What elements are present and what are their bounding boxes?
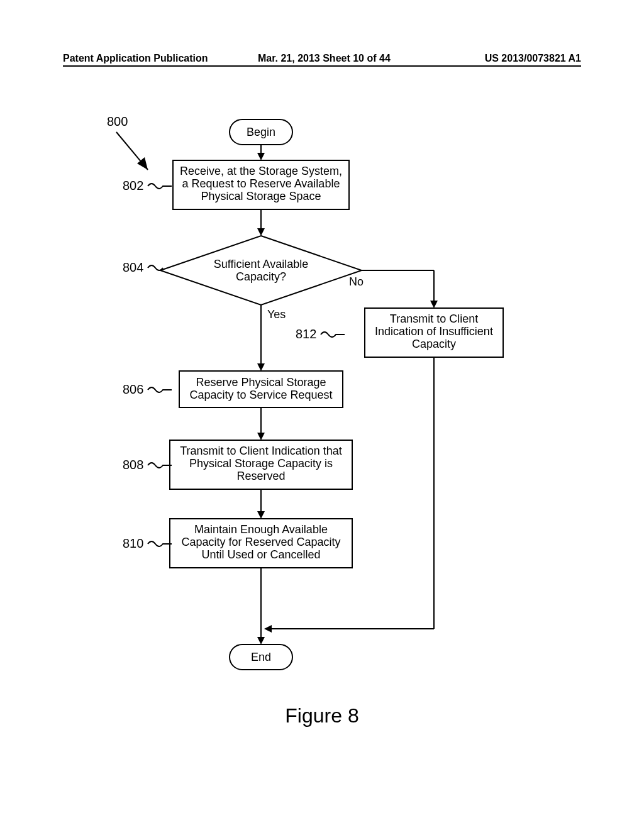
branch-no: No [349, 275, 364, 288]
ref-804: 804 [123, 260, 143, 274]
svg-marker-5 [257, 228, 265, 236]
step-806-l1: Reserve Physical Storage [196, 376, 326, 389]
ref-800: 800 [107, 114, 128, 128]
svg-marker-19 [257, 637, 265, 645]
branch-yes: Yes [267, 308, 286, 321]
squiggle-808 [148, 463, 172, 468]
dec-804-l2: Capacity? [236, 270, 286, 283]
end-label: End [251, 651, 271, 663]
squiggle-810 [148, 541, 172, 546]
svg-marker-17 [257, 511, 265, 519]
step-810-l1: Maintain Enough Available [194, 523, 328, 536]
ref-812: 812 [296, 327, 316, 341]
squiggle-802 [148, 184, 172, 189]
step-808-l3: Reserved [236, 470, 285, 482]
step-806-l2: Capacity to Service Request [189, 389, 332, 401]
ref-810: 810 [123, 536, 143, 550]
svg-marker-10 [430, 301, 438, 308]
header-center: Mar. 21, 2013 Sheet 10 of 44 [258, 53, 391, 64]
svg-marker-7 [257, 363, 265, 371]
step-808-l2: Physical Storage Capacity is [189, 457, 333, 470]
header-left: Patent Application Publication [63, 53, 208, 64]
svg-marker-15 [257, 433, 265, 440]
step-802-l2: a Request to Reserve Available [182, 177, 340, 190]
squiggle-812 [321, 332, 345, 337]
dec-804-l1: Sufficient Available [214, 258, 308, 270]
squiggle-804 [148, 265, 163, 270]
header-rule [63, 65, 581, 67]
begin-label: Begin [247, 126, 275, 138]
figure-caption: Figure 8 [0, 704, 644, 728]
step-808-l1: Transmit to Client Indication that [180, 445, 341, 457]
step-812-l3: Capacity [412, 338, 456, 350]
ref-808: 808 [123, 458, 143, 472]
ref-802: 802 [123, 179, 143, 192]
step-812-l2: Indication of Insufficient [375, 325, 493, 338]
step-810-l3: Until Used or Cancelled [201, 548, 320, 561]
ref-806: 806 [123, 382, 143, 396]
squiggle-806 [148, 387, 172, 392]
svg-marker-13 [264, 625, 272, 633]
step-812-l1: Transmit to Client [390, 313, 478, 325]
svg-marker-3 [257, 153, 265, 160]
step-802-l3: Physical Storage Space [201, 190, 321, 202]
header-right: US 2013/0073821 A1 [485, 53, 581, 64]
step-802-l1: Receive, at the Storage System, [180, 165, 342, 177]
flowchart: 800 Begin Receive, at the Storage System… [0, 82, 644, 685]
step-810-l2: Capacity for Reserved Capacity [181, 536, 340, 548]
